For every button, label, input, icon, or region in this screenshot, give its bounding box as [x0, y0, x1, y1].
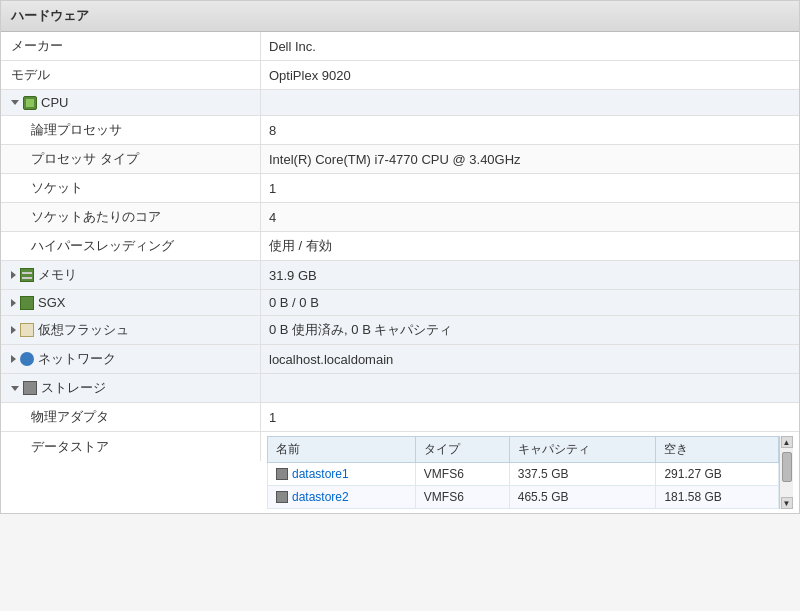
row-physical-adapter: 物理アダプタ 1: [1, 403, 799, 432]
sgx-icon: [20, 296, 34, 310]
row-socket: ソケット 1: [1, 174, 799, 203]
value-physical-adapter: 1: [261, 403, 799, 431]
value-model: OptiPlex 9020: [261, 61, 799, 89]
value-cores-per-socket: 4: [261, 203, 799, 231]
datastore-capacity-1: 337.5 GB: [509, 463, 656, 486]
col-header-free: 空き: [656, 437, 779, 463]
hardware-table: メーカー Dell Inc. モデル OptiPlex 9020 CPU 論理プ…: [1, 32, 799, 513]
datastore-type-1: VMFS6: [415, 463, 509, 486]
storage-expand-arrow[interactable]: [11, 386, 19, 391]
datastore-type-2: VMFS6: [415, 486, 509, 509]
datastore-scrollbar[interactable]: ▲ ▼: [779, 436, 793, 509]
cpu-expand-arrow[interactable]: [11, 100, 19, 105]
row-datastore: データストア 名前 タイプ キャパシティ 空き: [1, 432, 799, 513]
col-header-name: 名前: [268, 437, 416, 463]
label-vflash[interactable]: 仮想フラッシュ: [1, 316, 261, 344]
value-datastore: 名前 タイプ キャパシティ 空き da: [261, 432, 799, 513]
value-storage: [261, 374, 799, 402]
sgx-section-label: SGX: [38, 295, 65, 310]
value-cpu: [261, 90, 799, 115]
value-sgx: 0 B / 0 B: [261, 290, 799, 315]
vflash-expand-arrow[interactable]: [11, 326, 16, 334]
table-row: datastore2 VMFS6 465.5 GB 181.58 GB: [268, 486, 779, 509]
network-expand-arrow[interactable]: [11, 355, 16, 363]
row-storage-section[interactable]: ストレージ: [1, 374, 799, 403]
row-hyperthreading: ハイパースレッディング 使用 / 有効: [1, 232, 799, 261]
value-vflash: 0 B 使用済み, 0 B キャパシティ: [261, 316, 799, 344]
vflash-section-label: 仮想フラッシュ: [38, 321, 129, 339]
datastore-name-2: datastore2: [268, 486, 416, 509]
label-sgx[interactable]: SGX: [1, 290, 261, 315]
datastore-icon-2: [276, 491, 288, 503]
col-header-capacity: キャパシティ: [509, 437, 656, 463]
datastore-link-1[interactable]: datastore1: [276, 467, 407, 481]
label-hyperthreading: ハイパースレッディング: [1, 232, 261, 260]
memory-expand-arrow[interactable]: [11, 271, 16, 279]
value-logical-processors: 8: [261, 116, 799, 144]
value-hyperthreading: 使用 / 有効: [261, 232, 799, 260]
value-socket: 1: [261, 174, 799, 202]
storage-icon: [23, 381, 37, 395]
network-section-label: ネットワーク: [38, 350, 116, 368]
label-maker: メーカー: [1, 32, 261, 60]
row-sgx-section[interactable]: SGX 0 B / 0 B: [1, 290, 799, 316]
label-model: モデル: [1, 61, 261, 89]
label-cpu[interactable]: CPU: [1, 90, 261, 115]
datastore-link-2[interactable]: datastore2: [276, 490, 407, 504]
scroll-thumb[interactable]: [782, 452, 792, 482]
row-cpu-section[interactable]: CPU: [1, 90, 799, 116]
row-logical-processors: 論理プロセッサ 8: [1, 116, 799, 145]
datastore-free-1: 291.27 GB: [656, 463, 779, 486]
label-cores-per-socket: ソケットあたりのコア: [1, 203, 261, 231]
memory-icon: [20, 268, 34, 282]
label-storage[interactable]: ストレージ: [1, 374, 261, 402]
datastore-wrapper: 名前 タイプ キャパシティ 空き da: [267, 436, 793, 509]
row-processor-type: プロセッサ タイプ Intel(R) Core(TM) i7-4770 CPU …: [1, 145, 799, 174]
scroll-arrow-down[interactable]: ▼: [781, 497, 793, 509]
cpu-icon: [23, 96, 37, 110]
row-network-section[interactable]: ネットワーク localhost.localdomain: [1, 345, 799, 374]
value-processor-type: Intel(R) Core(TM) i7-4770 CPU @ 3.40GHz: [261, 145, 799, 173]
value-maker: Dell Inc.: [261, 32, 799, 60]
row-memory-section[interactable]: メモリ 31.9 GB: [1, 261, 799, 290]
label-network[interactable]: ネットワーク: [1, 345, 261, 373]
sgx-expand-arrow[interactable]: [11, 299, 16, 307]
scroll-arrow-up[interactable]: ▲: [781, 436, 793, 448]
col-header-type: タイプ: [415, 437, 509, 463]
value-network: localhost.localdomain: [261, 345, 799, 373]
network-icon: [20, 352, 34, 366]
label-processor-type: プロセッサ タイプ: [1, 145, 261, 173]
label-socket: ソケット: [1, 174, 261, 202]
panel-header: ハードウェア: [1, 1, 799, 32]
cpu-section-label: CPU: [41, 95, 68, 110]
label-memory[interactable]: メモリ: [1, 261, 261, 289]
label-datastore: データストア: [1, 432, 261, 461]
label-physical-adapter: 物理アダプタ: [1, 403, 261, 431]
datastore-capacity-2: 465.5 GB: [509, 486, 656, 509]
panel-title: ハードウェア: [11, 7, 89, 25]
label-logical-processors: 論理プロセッサ: [1, 116, 261, 144]
vflash-icon: [20, 323, 34, 337]
datastore-icon-1: [276, 468, 288, 480]
storage-section-label: ストレージ: [41, 379, 106, 397]
value-memory: 31.9 GB: [261, 261, 799, 289]
hardware-panel: ハードウェア メーカー Dell Inc. モデル OptiPlex 9020 …: [0, 0, 800, 514]
row-cores-per-socket: ソケットあたりのコア 4: [1, 203, 799, 232]
datastore-free-2: 181.58 GB: [656, 486, 779, 509]
row-maker: メーカー Dell Inc.: [1, 32, 799, 61]
row-vflash-section[interactable]: 仮想フラッシュ 0 B 使用済み, 0 B キャパシティ: [1, 316, 799, 345]
row-model: モデル OptiPlex 9020: [1, 61, 799, 90]
memory-section-label: メモリ: [38, 266, 77, 284]
table-row: datastore1 VMFS6 337.5 GB 291.27 GB: [268, 463, 779, 486]
datastore-name-1: datastore1: [268, 463, 416, 486]
datastore-table: 名前 タイプ キャパシティ 空き da: [267, 436, 779, 509]
